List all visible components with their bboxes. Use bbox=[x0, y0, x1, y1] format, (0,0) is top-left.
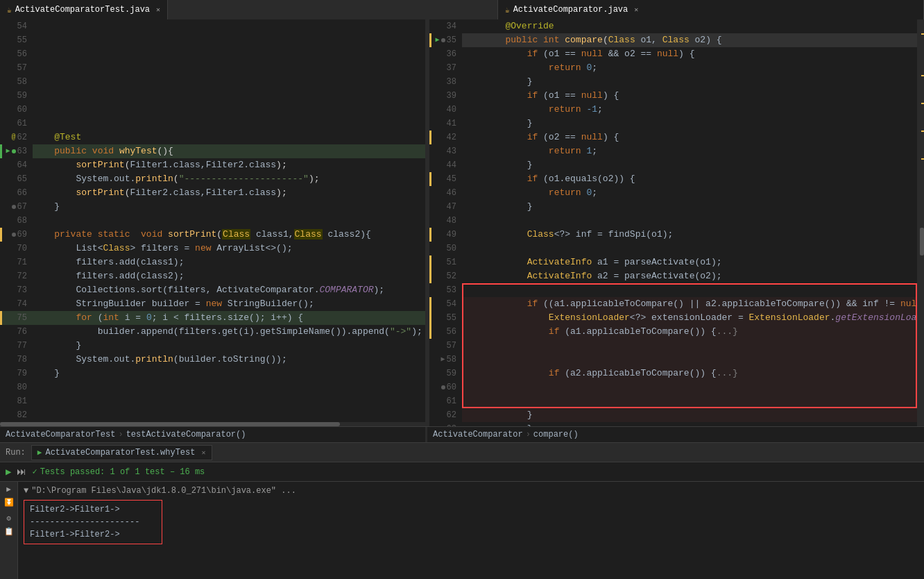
tests-passed-label: Tests passed: 1 of 1 test – 16 ms bbox=[40, 467, 205, 477]
left-code-area[interactable]: 54 55 56 57 58 59 60 61 @62 ▶ 63 bbox=[0, 19, 425, 422]
output-box: Filter2->Filter1-> ---------------------… bbox=[24, 500, 162, 544]
run-forward-btn[interactable]: ⏭ bbox=[17, 467, 26, 478]
right-scroll-indicator bbox=[917, 19, 924, 426]
run-tab-close[interactable]: ✕ bbox=[201, 448, 205, 457]
output-line-2: ---------------------- bbox=[30, 516, 156, 528]
run-icon-1[interactable]: ▶ bbox=[6, 485, 11, 494]
run-tab[interactable]: ▶ ActivateComparatorTest.whyTest ✕ bbox=[31, 445, 212, 460]
left-gutter: 54 55 56 57 58 59 60 61 @62 ▶ 63 bbox=[2, 19, 33, 422]
tab-spacer-left bbox=[168, 0, 497, 19]
run-icon-3[interactable]: ⚙ bbox=[6, 514, 11, 523]
run-content: ▶ ⏬ ⚙ 📋 ▼ "D:\Program Files\Java\jdk1.8.… bbox=[0, 482, 924, 579]
tab-right-label: ActivateComparator.java bbox=[513, 5, 628, 15]
run-tab-bar: Run: ▶ ActivateComparatorTest.whyTest ✕ bbox=[0, 443, 924, 462]
right-code-lines[interactable]: @Override public int compare(Class o1, C… bbox=[462, 19, 917, 426]
breadcrumb-right: ActivateComparator › compare() bbox=[427, 427, 924, 442]
expand-icon[interactable]: ▼ bbox=[24, 485, 28, 497]
run-output: ▼ "D:\Program Files\Java\jdk1.8.0_271\bi… bbox=[18, 482, 924, 579]
tab-bar: ☕ ActivateComparatorTest.java ✕ ☕ Activa… bbox=[0, 0, 924, 19]
tab-left-label: ActivateComparatorTest.java bbox=[15, 5, 150, 15]
output-line-3: Filter1->Filter2-> bbox=[30, 528, 156, 541]
left-scrollbar[interactable] bbox=[0, 422, 425, 426]
breadcrumb-right-1: ActivateComparator bbox=[433, 430, 523, 439]
run-left-toolbar: ▶ ⏬ ⚙ 📋 bbox=[0, 482, 18, 579]
run-toolbar: ▶ ⏭ ✓ Tests passed: 1 of 1 test – 16 ms bbox=[0, 462, 924, 482]
editors-area: 54 55 56 57 58 59 60 61 @62 ▶ 63 bbox=[0, 19, 924, 426]
tab-left-close[interactable]: ✕ bbox=[156, 6, 160, 14]
breadcrumb-sep-left: › bbox=[118, 430, 123, 439]
run-icon-4[interactable]: 📋 bbox=[4, 527, 14, 536]
left-editor[interactable]: 54 55 56 57 58 59 60 61 @62 ▶ 63 bbox=[0, 19, 427, 426]
right-code-area[interactable]: 34 ▶ 35 36 37 38 39 40 41 42 43 44 45 bbox=[429, 19, 924, 426]
breadcrumb-sep-right: › bbox=[526, 430, 531, 439]
tab-left-icon: ☕ bbox=[7, 6, 12, 15]
bottom-panel: Run: ▶ ActivateComparatorTest.whyTest ✕ … bbox=[0, 443, 924, 579]
tab-right-icon: ☕ bbox=[505, 6, 510, 15]
breadcrumb-right-2: compare() bbox=[533, 430, 579, 439]
breadcrumb-left: ActivateComparatorTest › testActivateCom… bbox=[0, 427, 427, 442]
run-label: Run: bbox=[6, 448, 26, 458]
run-tab-icon: ▶ bbox=[37, 448, 42, 457]
jvm-cmd: "D:\Program Files\Java\jdk1.8.0_271\bin\… bbox=[31, 485, 296, 497]
breadcrumb-left-1: ActivateComparatorTest bbox=[6, 430, 115, 439]
app-container: ☕ ActivateComparatorTest.java ✕ ☕ Activa… bbox=[0, 0, 924, 579]
run-icon-2[interactable]: ⏬ bbox=[4, 498, 14, 507]
run-play-btn[interactable]: ▶ bbox=[6, 466, 11, 478]
jvm-cmd-line: ▼ "D:\Program Files\Java\jdk1.8.0_271\bi… bbox=[24, 485, 918, 497]
left-code-lines[interactable]: @Test public void whyTest(){ sortPrint(F… bbox=[33, 19, 425, 422]
check-icon: ✓ bbox=[32, 467, 37, 477]
right-editor[interactable]: 34 ▶ 35 36 37 38 39 40 41 42 43 44 45 bbox=[429, 19, 924, 426]
breadcrumb-bar: ActivateComparatorTest › testActivateCom… bbox=[0, 426, 924, 443]
tab-right[interactable]: ☕ ActivateComparator.java ✕ bbox=[497, 0, 924, 19]
right-gutter: 34 ▶ 35 36 37 38 39 40 41 42 43 44 45 bbox=[431, 19, 462, 426]
breadcrumb-left-2: testActivateComparator() bbox=[126, 430, 246, 439]
tests-passed: ✓ Tests passed: 1 of 1 test – 16 ms bbox=[32, 467, 205, 477]
tab-left[interactable]: ☕ ActivateComparatorTest.java ✕ bbox=[0, 0, 168, 19]
tab-right-close[interactable]: ✕ bbox=[634, 6, 638, 14]
run-tab-label: ActivateComparatorTest.whyTest bbox=[45, 448, 195, 458]
output-line-1: Filter2->Filter1-> bbox=[30, 503, 156, 516]
